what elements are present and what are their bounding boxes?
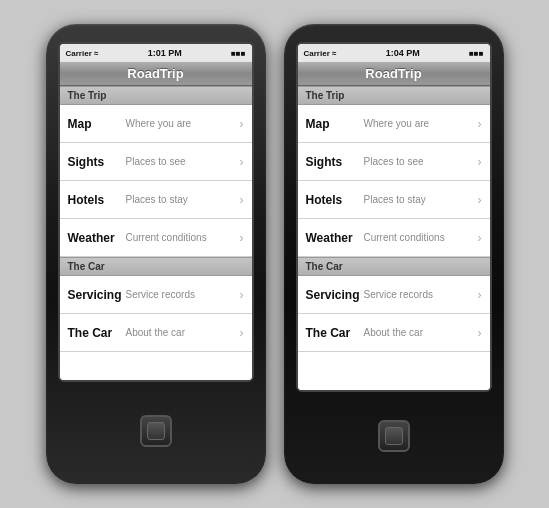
row-label: Hotels bbox=[68, 193, 126, 207]
battery-icon: ■■■ bbox=[469, 49, 484, 58]
battery-icon: ■■■ bbox=[231, 49, 246, 58]
carrier-text: Carrier ≈ bbox=[304, 49, 337, 58]
section-header-2-2: The Car bbox=[298, 257, 490, 276]
nav-bar-2: RoadTrip bbox=[298, 62, 490, 86]
row-detail: Service records bbox=[364, 289, 476, 300]
row-detail: About the car bbox=[126, 327, 238, 338]
row-detail: Service records bbox=[126, 289, 238, 300]
phone-bottom-1 bbox=[140, 388, 172, 474]
table-row[interactable]: The Car About the car › bbox=[60, 314, 252, 352]
row-label: Sights bbox=[68, 155, 126, 169]
table-row[interactable]: Servicing Service records › bbox=[298, 276, 490, 314]
carrier-text: Carrier ≈ bbox=[66, 49, 99, 58]
row-label: Sights bbox=[306, 155, 364, 169]
chevron-icon: › bbox=[240, 193, 244, 207]
table-row[interactable]: Sights Places to see › bbox=[60, 143, 252, 181]
phone-bottom-2 bbox=[378, 398, 410, 474]
table-row[interactable]: Hotels Places to stay › bbox=[60, 181, 252, 219]
time-text: 1:01 PM bbox=[148, 48, 182, 58]
row-detail: Where you are bbox=[126, 118, 238, 129]
row-label: The Car bbox=[306, 326, 364, 340]
chevron-icon: › bbox=[478, 117, 482, 131]
nav-bar-1: RoadTrip bbox=[60, 62, 252, 86]
home-button-inner bbox=[385, 427, 403, 445]
row-label: Weather bbox=[68, 231, 126, 245]
table-row[interactable]: Map Where you are › bbox=[298, 105, 490, 143]
phone-1: Carrier ≈ 1:01 PM ■■■ RoadTripThe Trip M… bbox=[46, 24, 266, 484]
phone-wrapper: Carrier ≈ 1:01 PM ■■■ RoadTripThe Trip M… bbox=[46, 24, 504, 484]
table-row[interactable]: Sights Places to see › bbox=[298, 143, 490, 181]
home-button[interactable] bbox=[378, 420, 410, 452]
chevron-icon: › bbox=[478, 231, 482, 245]
screen-outer-2: Carrier ≈ 1:04 PM ■■■ RoadTripThe Trip M… bbox=[296, 42, 492, 392]
row-label: Servicing bbox=[306, 288, 364, 302]
row-label: Servicing bbox=[68, 288, 126, 302]
table-view-2: The Trip Map Where you are › Sights Plac… bbox=[298, 86, 490, 390]
phone-2: Carrier ≈ 1:04 PM ■■■ RoadTripThe Trip M… bbox=[284, 24, 504, 484]
chevron-icon: › bbox=[478, 193, 482, 207]
table-view-1: The Trip Map Where you are › Sights Plac… bbox=[60, 86, 252, 380]
section-header-1-1: The Trip bbox=[60, 86, 252, 105]
table-row[interactable]: Map Where you are › bbox=[60, 105, 252, 143]
time-text: 1:04 PM bbox=[386, 48, 420, 58]
row-label: Weather bbox=[306, 231, 364, 245]
home-button-inner bbox=[147, 422, 165, 440]
table-row[interactable]: Hotels Places to stay › bbox=[298, 181, 490, 219]
chevron-icon: › bbox=[240, 155, 244, 169]
row-detail: Where you are bbox=[364, 118, 476, 129]
row-detail: Places to see bbox=[126, 156, 238, 167]
row-detail: Current conditions bbox=[126, 232, 238, 243]
row-detail: About the car bbox=[364, 327, 476, 338]
section-header-2-1: The Trip bbox=[298, 86, 490, 105]
chevron-icon: › bbox=[240, 326, 244, 340]
screen-outer-1: Carrier ≈ 1:01 PM ■■■ RoadTripThe Trip M… bbox=[58, 42, 254, 382]
chevron-icon: › bbox=[240, 231, 244, 245]
row-label: Map bbox=[68, 117, 126, 131]
status-bar-2: Carrier ≈ 1:04 PM ■■■ bbox=[298, 44, 490, 62]
row-label: The Car bbox=[68, 326, 126, 340]
row-detail: Current conditions bbox=[364, 232, 476, 243]
row-detail: Places to stay bbox=[364, 194, 476, 205]
row-detail: Places to stay bbox=[126, 194, 238, 205]
chevron-icon: › bbox=[240, 117, 244, 131]
row-label: Map bbox=[306, 117, 364, 131]
home-button[interactable] bbox=[140, 415, 172, 447]
section-header-1-2: The Car bbox=[60, 257, 252, 276]
chevron-icon: › bbox=[478, 155, 482, 169]
table-row[interactable]: Weather Current conditions › bbox=[298, 219, 490, 257]
status-bar-1: Carrier ≈ 1:01 PM ■■■ bbox=[60, 44, 252, 62]
table-row[interactable]: The Car About the car › bbox=[298, 314, 490, 352]
screen-content-2: Carrier ≈ 1:04 PM ■■■ RoadTripThe Trip M… bbox=[298, 44, 490, 390]
chevron-icon: › bbox=[240, 288, 244, 302]
row-detail: Places to see bbox=[364, 156, 476, 167]
screen-content-1: Carrier ≈ 1:01 PM ■■■ RoadTripThe Trip M… bbox=[60, 44, 252, 380]
row-label: Hotels bbox=[306, 193, 364, 207]
chevron-icon: › bbox=[478, 326, 482, 340]
table-row[interactable]: Servicing Service records › bbox=[60, 276, 252, 314]
table-row[interactable]: Weather Current conditions › bbox=[60, 219, 252, 257]
chevron-icon: › bbox=[478, 288, 482, 302]
